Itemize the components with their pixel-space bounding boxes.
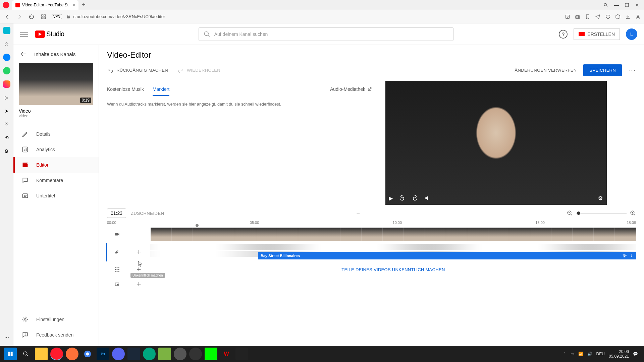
undo-button[interactable]: RÜCKGÄNGIG MACHEN bbox=[107, 68, 168, 73]
app-icon-1[interactable] bbox=[143, 348, 156, 360]
tray-chevron-icon[interactable]: ⌃ bbox=[563, 352, 567, 356]
nav-comments[interactable]: Kommentare bbox=[13, 173, 99, 188]
nav-settings[interactable]: Einstellungen bbox=[13, 312, 99, 327]
help-icon[interactable]: ? bbox=[559, 30, 568, 39]
cube-icon[interactable] bbox=[615, 14, 621, 19]
heart-sidebar-icon[interactable]: ♡ bbox=[3, 121, 10, 128]
nav-analytics[interactable]: Analytics bbox=[13, 142, 99, 157]
svg-line-30 bbox=[634, 214, 635, 216]
send-sidebar-icon[interactable]: ➤ bbox=[3, 107, 10, 115]
edit-icon[interactable] bbox=[565, 14, 570, 19]
settings-sidebar-icon[interactable]: ⚙ bbox=[3, 147, 10, 155]
discord-icon[interactable] bbox=[112, 348, 125, 360]
equalizer-icon[interactable] bbox=[622, 253, 627, 258]
svg-point-43 bbox=[118, 267, 119, 268]
tray-wifi-icon[interactable]: 📶 bbox=[578, 352, 583, 356]
tray-notifications-icon[interactable]: 💬 bbox=[633, 352, 638, 356]
zoom-slider[interactable] bbox=[576, 213, 627, 214]
bookmark-icon[interactable] bbox=[585, 14, 590, 19]
app-icon-3[interactable] bbox=[174, 348, 186, 360]
timeline-ruler[interactable]: 00:00 05:00 10:00 15:00 18:08 bbox=[107, 221, 636, 226]
nav-editor[interactable]: Editor bbox=[13, 157, 99, 173]
video-thumbnail[interactable]: 0:19 bbox=[19, 63, 93, 105]
video-preview[interactable]: ▶ ⚙ bbox=[385, 81, 607, 205]
tab-free-music[interactable]: Kostenlose Musik bbox=[107, 82, 144, 96]
obs-icon[interactable] bbox=[189, 348, 202, 360]
firefox-icon[interactable] bbox=[66, 348, 78, 360]
taskbar-search-icon[interactable] bbox=[19, 348, 32, 360]
steam-icon[interactable] bbox=[127, 348, 140, 360]
history-sidebar-icon[interactable]: ⟲ bbox=[3, 134, 10, 141]
close-tab-icon[interactable]: × bbox=[72, 2, 75, 8]
chrome-icon[interactable] bbox=[81, 348, 94, 360]
app-icon-4[interactable] bbox=[205, 348, 217, 360]
tray-lang[interactable]: DEU bbox=[596, 352, 605, 356]
messenger-sidebar-icon[interactable] bbox=[3, 54, 10, 61]
add-audio-button[interactable]: + bbox=[127, 248, 151, 256]
search-input[interactable]: Auf deinem Kanal suchen bbox=[199, 27, 453, 41]
studio-logo[interactable]: Studio bbox=[35, 30, 64, 38]
app-icon-5[interactable]: W bbox=[220, 348, 233, 360]
tray-clock[interactable]: 20:06 05.09.2021 bbox=[609, 349, 629, 359]
send-icon[interactable] bbox=[595, 14, 600, 19]
blur-cta[interactable]: TEILE DEINES VIDEOS UNKENNTLICH MACHEN bbox=[151, 267, 636, 272]
timeline: 01:23 ZUSCHNEIDEN ═ 00:00 05:00 10:00 15… bbox=[99, 205, 644, 298]
create-button[interactable]: ERSTELLEN bbox=[574, 28, 620, 40]
camera-icon[interactable] bbox=[575, 14, 580, 19]
tray-battery-icon[interactable]: ▭ bbox=[571, 352, 574, 356]
search-icon[interactable] bbox=[603, 3, 608, 7]
play-icon[interactable]: ▶ bbox=[389, 195, 393, 201]
minimize-icon[interactable]: — bbox=[614, 2, 619, 8]
reload-icon[interactable] bbox=[28, 13, 36, 21]
avatar[interactable]: L bbox=[626, 28, 637, 40]
profile-icon[interactable] bbox=[635, 14, 641, 19]
current-time[interactable]: 01:23 bbox=[107, 208, 126, 218]
nav-feedback[interactable]: Feedback senden bbox=[13, 327, 99, 343]
nav-subtitles[interactable]: Untertitel bbox=[13, 188, 99, 203]
back-icon[interactable] bbox=[3, 13, 11, 21]
back-to-channel[interactable]: Inhalte des Kanals bbox=[13, 45, 99, 63]
url-field[interactable]: studio.youtube.com/video/z3RNcEsUC9k/edi… bbox=[66, 14, 165, 19]
star-sidebar-icon[interactable]: ☆ bbox=[3, 40, 10, 48]
speed-dial-icon[interactable] bbox=[40, 13, 48, 21]
trim-button[interactable]: ZUSCHNEIDEN bbox=[131, 211, 164, 216]
close-window-icon[interactable]: ✕ bbox=[635, 2, 639, 8]
more-icon[interactable]: ⋮ bbox=[629, 67, 636, 73]
vpn-badge[interactable]: VPN bbox=[52, 14, 62, 19]
explorer-icon[interactable] bbox=[35, 348, 48, 360]
hamburger-icon[interactable] bbox=[20, 30, 28, 38]
tray-volume-icon[interactable]: 🔊 bbox=[587, 352, 592, 356]
start-icon[interactable] bbox=[4, 348, 17, 360]
tab-starred[interactable]: Markiert bbox=[153, 82, 170, 96]
preview-settings-icon[interactable]: ⚙ bbox=[598, 195, 603, 201]
browser-tab[interactable]: Video-Editor - YouTube St × bbox=[12, 0, 78, 10]
redo-label: WIEDERHOLEN bbox=[187, 68, 220, 73]
audio-clip[interactable]: Bay Street Billionaires ⋮ bbox=[258, 252, 636, 259]
more-sidebar-icon[interactable]: ⋯ bbox=[3, 334, 10, 341]
app-icon-6[interactable] bbox=[235, 348, 248, 360]
rewind-icon[interactable] bbox=[399, 195, 406, 201]
play-sidebar-icon[interactable]: ▷ bbox=[3, 94, 10, 101]
opera-taskbar-icon[interactable] bbox=[50, 348, 63, 360]
photoshop-icon[interactable]: Ps bbox=[97, 348, 109, 360]
download-icon[interactable] bbox=[625, 14, 631, 19]
clip-more-icon[interactable]: ⋮ bbox=[630, 253, 633, 258]
home-sidebar-icon[interactable] bbox=[3, 27, 10, 34]
forward-icon[interactable] bbox=[412, 195, 418, 201]
zoom-out-icon[interactable] bbox=[567, 210, 573, 216]
audio-library-link[interactable]: Audio-Mediathek bbox=[330, 86, 372, 92]
app-icon-2[interactable] bbox=[158, 348, 171, 360]
instagram-sidebar-icon[interactable] bbox=[3, 80, 10, 88]
new-tab-button[interactable]: + bbox=[82, 1, 86, 8]
add-endscreen-button[interactable]: + bbox=[127, 280, 151, 289]
drag-handle-icon[interactable]: ═ bbox=[357, 211, 360, 216]
zoom-in-icon[interactable] bbox=[630, 210, 636, 216]
maximize-icon[interactable]: ❐ bbox=[625, 2, 629, 8]
nav-details[interactable]: Details bbox=[13, 126, 99, 142]
video-thumbnails-strip[interactable] bbox=[151, 228, 636, 241]
whatsapp-sidebar-icon[interactable] bbox=[3, 67, 10, 74]
heart-icon[interactable] bbox=[605, 14, 610, 19]
save-button[interactable]: SPEICHERN bbox=[583, 64, 622, 76]
discard-button[interactable]: ÄNDERUNGEN VERWERFEN bbox=[515, 68, 577, 73]
volume-icon[interactable] bbox=[424, 195, 431, 201]
